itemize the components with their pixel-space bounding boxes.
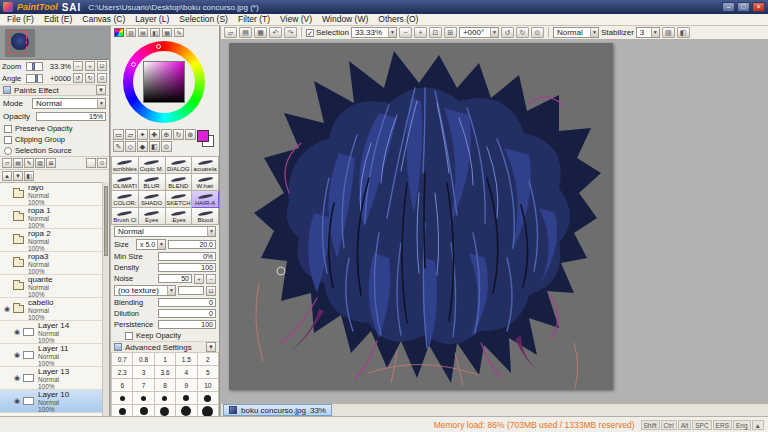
- rotate-tool-icon[interactable]: ↻: [173, 129, 184, 140]
- view-zoom-reset-button[interactable]: ⊡: [429, 27, 442, 38]
- brush-size-slider[interactable]: 20.0: [168, 240, 216, 249]
- size-preset-dot[interactable]: [133, 405, 154, 416]
- noise-slider[interactable]: 50: [158, 274, 192, 283]
- brush-blend[interactable]: BLEND: [166, 174, 193, 191]
- open-file-button[interactable]: ▤: [239, 27, 252, 38]
- size-preset-dot[interactable]: [155, 392, 176, 405]
- menu-window[interactable]: Window (W): [317, 14, 373, 25]
- keep-opacity-checkbox[interactable]: [125, 332, 133, 340]
- view-rotate-ccw-button[interactable]: ↺: [501, 27, 514, 38]
- brush-w-hair[interactable]: W.hair: [192, 174, 219, 191]
- lasso-tool-icon[interactable]: ▱: [125, 129, 136, 140]
- indicator-up-icon[interactable]: ▲: [752, 420, 764, 430]
- undo-button[interactable]: ↶: [269, 27, 282, 38]
- brush-acuarela[interactable]: acuarela: [192, 157, 219, 174]
- size-preset[interactable]: 10: [198, 379, 219, 392]
- sv-cursor[interactable]: [156, 44, 161, 49]
- selection-checkbox[interactable]: ✓: [306, 29, 314, 37]
- visibility-eye-icon[interactable]: ◉: [11, 374, 23, 382]
- navigator[interactable]: [0, 26, 109, 60]
- layer-row-layer14[interactable]: ◉ Layer 14 Normal 100%: [0, 321, 102, 344]
- save-file-button[interactable]: ▦: [254, 27, 267, 38]
- menu-filter[interactable]: Filter (T): [233, 14, 275, 25]
- brush-shado[interactable]: SHADO: [139, 191, 166, 208]
- layer-row-layer11[interactable]: ◉ Layer 11 Normal 100%: [0, 344, 102, 367]
- clipping-group-checkbox[interactable]: [4, 136, 12, 144]
- gradient-tool-icon[interactable]: ⊙: [161, 141, 172, 152]
- rotate-ccw-button[interactable]: ↺: [73, 73, 83, 83]
- merge-layer-button[interactable]: ⊞: [46, 158, 56, 168]
- rotate-cw-button[interactable]: ↻: [85, 73, 95, 83]
- zoom-tool-icon[interactable]: ⊕: [161, 129, 172, 140]
- view-zoom-in-button[interactable]: +: [414, 27, 427, 38]
- angle-slider[interactable]: [26, 74, 43, 83]
- options-button[interactable]: ◧: [677, 27, 690, 38]
- size-preset[interactable]: 7: [133, 379, 154, 392]
- canvas-document[interactable]: [229, 43, 613, 390]
- foreground-color-swatch[interactable]: [197, 130, 209, 142]
- layer-row-cabello[interactable]: ◉ cabello Normal 100%: [0, 298, 102, 321]
- blending-slider[interactable]: 0: [158, 298, 216, 307]
- new-file-button[interactable]: ▱: [224, 27, 237, 38]
- noise-spin-down-button[interactable]: −: [206, 274, 216, 284]
- brush-sketch[interactable]: SKETCH: [166, 191, 193, 208]
- saturation-value-square[interactable]: [143, 61, 185, 103]
- document-area[interactable]: [221, 40, 768, 403]
- advanced-settings-collapse-button[interactable]: ▼: [206, 342, 216, 352]
- brush-color[interactable]: COLOR:: [112, 191, 139, 208]
- clear-layer-button[interactable]: ⊙: [97, 158, 107, 168]
- texture-strength-slider[interactable]: [178, 286, 204, 295]
- visibility-eye-icon[interactable]: ◉: [1, 305, 13, 313]
- swatches-tab-icon[interactable]: ▦: [162, 28, 172, 37]
- size-preset[interactable]: 9: [176, 379, 197, 392]
- advanced-settings-header[interactable]: Advanced Settings ▼: [111, 341, 219, 353]
- size-preset-dot[interactable]: [112, 405, 133, 416]
- menu-file[interactable]: File (F): [2, 14, 39, 25]
- brush-blur[interactable]: BLUR: [139, 174, 166, 191]
- noise-spin-up-button[interactable]: +: [194, 274, 204, 284]
- menu-others[interactable]: Others (O): [373, 14, 423, 25]
- brush-hair-a-selected[interactable]: HAIR-A: [192, 191, 219, 208]
- size-preset[interactable]: 2: [198, 353, 219, 366]
- persistence-slider[interactable]: 100: [158, 320, 216, 329]
- flip-horizontal-button[interactable]: ▨: [662, 27, 675, 38]
- size-preset-dot[interactable]: [155, 405, 176, 416]
- size-preset-dot-row2[interactable]: [111, 405, 219, 416]
- view-zoom-out-button[interactable]: −: [399, 27, 412, 38]
- clipping-group-row[interactable]: Clipping Group: [0, 134, 109, 145]
- selection-toggle[interactable]: ✓ Selection: [306, 28, 349, 37]
- layer-row-quante[interactable]: quante Normal 100%: [0, 275, 102, 298]
- size-preset[interactable]: 8: [155, 379, 176, 392]
- view-angle-select[interactable]: +000° ▼: [459, 27, 499, 38]
- layer-down-button[interactable]: ▼: [13, 171, 23, 181]
- scratchpad-tab-icon[interactable]: ✎: [174, 28, 184, 37]
- close-button[interactable]: ×: [752, 2, 765, 12]
- layer-row-layer13[interactable]: ◉ Layer 13 Normal 100%: [0, 367, 102, 390]
- size-preset[interactable]: 3: [133, 366, 154, 379]
- magic-wand-tool-icon[interactable]: ✦: [137, 129, 148, 140]
- layers-scrollbar[interactable]: [102, 182, 109, 416]
- layer-row-ropa1[interactable]: ropa 1 Normal 100%: [0, 206, 102, 229]
- menu-selection[interactable]: Selection (S): [174, 14, 233, 25]
- menu-edit[interactable]: Edit (E): [39, 14, 77, 25]
- layer-row-rayo[interactable]: rayo Normal 100%: [0, 183, 102, 206]
- delete-layer-button[interactable]: [86, 158, 96, 168]
- brush-brush-cl[interactable]: Brush Cl: [112, 208, 139, 225]
- new-folder-button[interactable]: ▤: [13, 158, 23, 168]
- layer-row-ropa3[interactable]: ropa3 Normal 100%: [0, 252, 102, 275]
- dilution-slider[interactable]: 0: [158, 309, 216, 318]
- hue-cursor[interactable]: [131, 62, 136, 67]
- layer-up-button[interactable]: ▲: [2, 171, 12, 181]
- visibility-eye-icon[interactable]: ◉: [11, 351, 23, 359]
- view-rotate-cw-button[interactable]: ↻: [516, 27, 529, 38]
- zoom-slider[interactable]: [26, 62, 43, 71]
- layer-row-ropa2[interactable]: ropa 2 Normal 100%: [0, 229, 102, 252]
- size-preset[interactable]: 0.7: [112, 353, 133, 366]
- keep-opacity-row[interactable]: Keep Opacity: [111, 330, 219, 341]
- size-preset-dot[interactable]: [133, 392, 154, 405]
- move-tool-icon[interactable]: ✚: [149, 129, 160, 140]
- document-tab-active[interactable]: boku concurso.jpg 33%: [223, 404, 332, 416]
- zoom-in-button[interactable]: +: [85, 61, 95, 71]
- layer-row-layer10-selected[interactable]: ◉ Layer 10 Normal 100%: [0, 390, 102, 413]
- hsv-slider-tab-icon[interactable]: ▤: [138, 28, 148, 37]
